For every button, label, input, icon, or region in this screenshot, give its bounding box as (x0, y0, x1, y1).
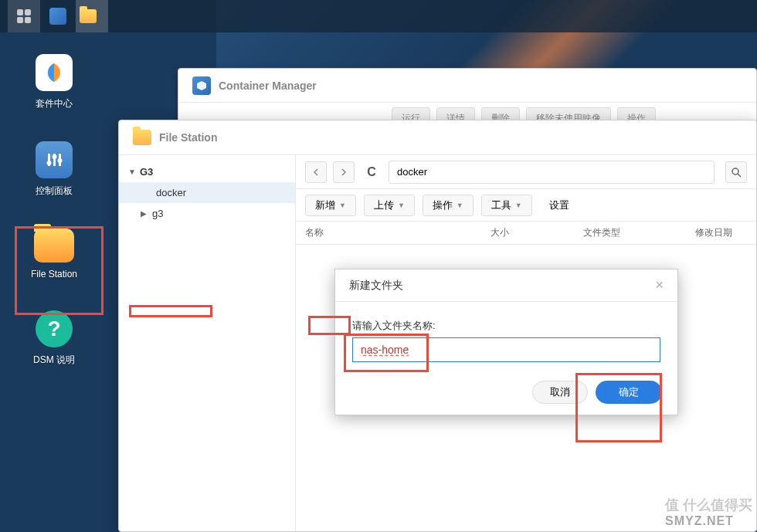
control-panel-label: 控制面板 (36, 185, 73, 198)
search-icon (731, 167, 742, 178)
taskbar-folder[interactable] (76, 0, 108, 32)
folder-icon (133, 130, 151, 145)
modal-label: 请输入文件夹名称: (352, 319, 660, 333)
fs-sidebar: ▼ G3 docker ▶ g3 (119, 155, 296, 531)
question-icon: ? (36, 310, 73, 347)
settings-button[interactable]: 设置 (540, 195, 579, 216)
nav-forward-button[interactable] (333, 161, 355, 183)
taskbar (0, 0, 757, 32)
svg-point-4 (53, 154, 57, 159)
svg-marker-6 (197, 81, 206, 90)
caret-down-icon: ▼ (398, 202, 405, 209)
modal-title: 新建文件夹 (349, 279, 403, 293)
tree-g3[interactable]: ▶ g3 (119, 203, 295, 224)
dsm-help-icon[interactable]: ? DSM 说明 (23, 310, 85, 367)
col-name[interactable]: 名称 (296, 226, 481, 239)
path-input[interactable] (389, 161, 715, 184)
watermark-bottom: SMYZ.NET (665, 514, 752, 528)
taskbar-container[interactable] (42, 0, 74, 32)
search-button[interactable] (725, 161, 747, 183)
svg-point-7 (732, 168, 738, 175)
col-size[interactable]: 大小 (481, 226, 574, 239)
folder-icon (34, 229, 74, 263)
svg-point-3 (47, 161, 52, 165)
col-type[interactable]: 文件类型 (574, 226, 686, 239)
svg-point-5 (58, 158, 63, 163)
package-center-icon[interactable]: 套件中心 (23, 54, 85, 110)
caret-down-icon: ▼ (339, 202, 346, 209)
fs-titlebar[interactable]: File Station (119, 120, 756, 154)
new-folder-modal: 新建文件夹 × 请输入文件夹名称: 取消 确定 (334, 269, 678, 415)
tree-root[interactable]: ▼ G3 (119, 161, 295, 182)
dsm-help-label: DSM 说明 (33, 354, 75, 367)
tree-docker-label: docker (156, 187, 186, 198)
refresh-icon: C (367, 165, 376, 179)
tree-g3-label: g3 (152, 208, 163, 219)
chevron-right-icon (340, 168, 348, 176)
control-panel-icon[interactable]: 控制面板 (23, 141, 85, 198)
chevron-down-icon: ▼ (128, 168, 136, 176)
package-icon (36, 54, 73, 91)
chevron-left-icon (312, 168, 320, 176)
chevron-right-icon: ▶ (141, 209, 148, 218)
caret-down-icon: ▼ (457, 202, 463, 209)
fs-nav: C ☆ (296, 155, 756, 189)
operation-button[interactable]: 操作▼ (423, 195, 474, 216)
package-center-label: 套件中心 (36, 97, 73, 110)
nav-back-button[interactable] (305, 161, 327, 183)
file-station-label: File Station (31, 269, 77, 280)
upload-button[interactable]: 上传▼ (364, 195, 415, 216)
taskbar-apps-button[interactable] (8, 0, 40, 32)
container-manager-window: Container Manager 运行 详情 删除 移除未使用映像 操作 (178, 68, 757, 126)
tools-button[interactable]: 工具▼ (481, 195, 532, 216)
new-button[interactable]: 新增▼ (305, 195, 356, 216)
sliders-icon (36, 141, 73, 178)
col-modified[interactable]: 修改日期 (686, 226, 756, 239)
column-headers: 名称 大小 文件类型 修改日期 (296, 222, 756, 245)
watermark-top: 值 什么值得买 (665, 496, 752, 514)
fs-toolbar: 新增▼ 上传▼ 操作▼ 工具▼ 设置 (296, 189, 756, 222)
cm-titlebar[interactable]: Container Manager (178, 69, 756, 103)
fs-title: File Station (159, 131, 217, 144)
folder-name-input[interactable] (352, 337, 660, 362)
container-manager-icon (192, 76, 211, 95)
file-station-icon[interactable]: File Station (23, 229, 85, 280)
close-icon: × (655, 277, 664, 293)
tree-root-label: G3 (140, 166, 153, 178)
caret-down-icon: ▼ (515, 202, 522, 209)
modal-header: 新建文件夹 × (335, 269, 677, 302)
container-icon (49, 8, 66, 25)
cm-title: Container Manager (219, 80, 317, 92)
modal-close-button[interactable]: × (655, 277, 664, 293)
cancel-button[interactable]: 取消 (532, 381, 588, 404)
svg-line-8 (738, 174, 741, 177)
watermark: 值 什么值得买 SMYZ.NET (665, 496, 752, 528)
nav-refresh-button[interactable]: C (361, 161, 382, 183)
folder-icon (80, 9, 97, 23)
tree-docker[interactable]: docker (119, 182, 295, 203)
confirm-button[interactable]: 确定 (596, 381, 662, 404)
desktop-icons: 套件中心 控制面板 File Station ? DSM 说明 (23, 54, 85, 398)
grid-icon (17, 9, 31, 23)
